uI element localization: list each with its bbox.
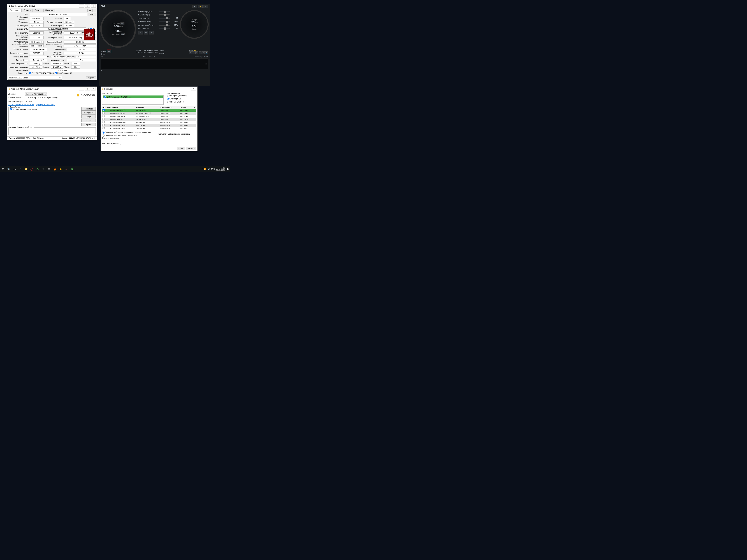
bm-titlebar[interactable]: ◉ Бенчмарк ✕ — [101, 87, 197, 91]
tl-slider[interactable] — [159, 18, 170, 19]
k-button[interactable]: K — [192, 5, 197, 8]
worker-input[interactable] — [25, 100, 49, 103]
fs-slider[interactable] — [159, 28, 170, 29]
volume-icon[interactable]: 🔊 — [208, 168, 210, 170]
row-checkbox[interactable] — [103, 127, 105, 129]
table-row[interactable]: DaggerDecred (Clay... 25.442M/0.763G H/s… — [102, 112, 196, 115]
network-icon[interactable]: 📶 — [204, 168, 206, 170]
wallet-link[interactable]: Как выбрать Биткоин-кошелёк — [8, 104, 34, 106]
table-row[interactable]: DaggerLbry (Claymo... 25.353M/72.786M 0.… — [102, 115, 196, 118]
pl-slider[interactable] — [159, 15, 170, 16]
col-btcgh[interactable]: BTC/GH/дн со... — [160, 106, 179, 109]
row-checkbox[interactable] — [103, 115, 105, 117]
col-speed[interactable]: Скорость — [136, 106, 160, 109]
gear-icon[interactable]: ⚙ — [138, 31, 143, 34]
radio-standard[interactable]: Стандартный — [167, 98, 196, 100]
taskview-icon[interactable]: ▭ — [12, 167, 17, 171]
opt-all[interactable]: Бенчмарк всех выбранных алгоритмов — [102, 134, 151, 137]
row-checkbox[interactable] — [103, 118, 105, 120]
mem-toggle[interactable]: MEM — [121, 33, 125, 35]
explorer-icon[interactable]: 📁 — [24, 167, 28, 171]
bus-help-icon[interactable]: ? — [95, 36, 96, 39]
tab-video[interactable]: Видеокарта — [8, 9, 22, 12]
table-row[interactable]: CryptoNight (Claymo... 753.450 H/s 297.5… — [102, 127, 196, 130]
physx-checkbox[interactable]: PhysX — [47, 72, 54, 74]
settings-button[interactable]: Настройки — [81, 111, 96, 114]
opt-untested[interactable]: Бенчмарк выбранных непротестированных ал… — [102, 131, 151, 134]
cuda-checkbox[interactable]: CUDA — [39, 72, 46, 74]
profile-3[interactable]: 3 — [196, 51, 198, 54]
close-button[interactable]: ✕ — [91, 87, 96, 90]
table-row[interactable]: CryptoNight (sgminer) 800.000 H/s 297.52… — [102, 121, 196, 124]
language-indicator[interactable]: РУС — [211, 168, 215, 170]
tray-up-icon[interactable]: ^ — [202, 168, 203, 170]
start-mining-checkbox[interactable]: Запустить майнинг после бенчмарка — [157, 131, 190, 137]
close-button[interactable]: ✕ — [91, 4, 96, 7]
nh-titlebar[interactable]: ◉ NiceHash Miner Legacy v1.8.1.6 — □ ✕ — [7, 87, 97, 91]
maximize-button[interactable]: □ — [85, 87, 90, 90]
profile-save[interactable]: 💾 — [205, 51, 208, 54]
profile-5[interactable]: 5 — [202, 51, 205, 54]
reset-icon[interactable]: ↺ — [144, 31, 148, 34]
profile-4[interactable]: 4 — [199, 51, 202, 54]
device-check[interactable] — [104, 96, 106, 98]
row-checkbox[interactable] — [103, 109, 105, 111]
cc-slider[interactable] — [159, 21, 170, 22]
app-icon-1[interactable]: ◔ — [35, 167, 40, 171]
table-row[interactable]: Decred (sgminer) 36.900 MH/s 0.00004551 … — [102, 118, 196, 121]
device-checkbox[interactable]: GPU#1 Radeon RX 570 Series — [10, 108, 37, 110]
gpu-selector[interactable]: Radeon RX 570 Series — [8, 76, 62, 80]
dc-checkbox[interactable]: DirectCompute 5.0 — [55, 72, 72, 74]
benchmark-button[interactable]: Бенчмарк — [81, 107, 96, 111]
opera-icon[interactable]: ◯ — [30, 167, 34, 171]
maximize-button[interactable]: □ — [85, 4, 90, 7]
start-icon[interactable]: ⊞ — [1, 167, 5, 171]
row-checkbox[interactable] — [103, 112, 105, 114]
tab-validation[interactable]: Проверка — [44, 9, 55, 12]
notifications-icon[interactable]: 💬 — [227, 168, 229, 170]
tab-advanced[interactable]: Прочее — [33, 9, 43, 12]
radio-precise[interactable]: Точный (долгий) — [167, 101, 196, 103]
radio-quick[interactable]: Быстрый (неточный) — [167, 95, 196, 97]
minimize-button[interactable]: — — [79, 4, 84, 7]
app-icon-2[interactable]: ☭ — [64, 167, 68, 171]
start-button[interactable]: Старт — [177, 147, 185, 150]
col-btcday[interactable]: BTC/дн — [180, 106, 194, 109]
gpuz-icon[interactable]: ▣ — [70, 167, 74, 171]
gpuz-titlebar[interactable]: ▣ TechPowerUp GPU-Z 2.5.0 — □ ✕ — [7, 4, 97, 8]
clock[interactable]: 11:07 16.01.2018 — [216, 167, 225, 171]
scroll-top-icon[interactable]: ▲ — [194, 106, 196, 109]
afterburner-icon[interactable]: 🔥 — [53, 167, 57, 171]
location-select[interactable]: Европа - Амстердам — [25, 92, 47, 96]
row-checkbox[interactable] — [103, 124, 105, 126]
cv-slider[interactable] — [159, 11, 170, 12]
startup-toggle[interactable]: ⊞ — [107, 50, 111, 53]
start-button[interactable]: Старт — [81, 115, 96, 118]
monitor-button[interactable]: ⚡ — [198, 5, 203, 8]
col-algo[interactable]: Алгоритм — [110, 106, 136, 109]
profile-1[interactable]: 1 — [189, 51, 192, 54]
detach-button[interactable]: DETACH — [136, 53, 164, 54]
minimize-button[interactable]: — — [79, 87, 84, 90]
gpu-toggle[interactable]: GPU — [121, 22, 124, 25]
table-row[interactable]: DaggerHashimoto (... 30.168 MH/s 0.00990… — [102, 109, 196, 112]
device-row[interactable]: GPU#1 Radeon RX 570 Series — [103, 96, 163, 98]
table-row[interactable]: CryptoNight (Claymo... 907.236 H/s 297.5… — [102, 124, 196, 127]
col-enabled[interactable]: Включен — [102, 106, 110, 109]
search-icon[interactable]: 🔍 — [7, 167, 11, 171]
opencl-checkbox[interactable]: OpenCL — [29, 72, 38, 74]
lookup-button[interactable]: Поиск — [88, 13, 96, 16]
mail-icon[interactable]: ✉ — [47, 167, 51, 171]
stats-link[interactable]: Проверить статистику! — [36, 104, 55, 106]
row-checkbox[interactable] — [103, 121, 105, 123]
close-btn[interactable]: Закрыть — [86, 76, 96, 79]
close-button[interactable]: ✕ — [191, 87, 196, 90]
edge-icon[interactable]: e — [18, 167, 22, 171]
btc-input[interactable] — [25, 96, 76, 99]
nicehash-icon[interactable]: ◉ — [58, 167, 62, 171]
temp-graph[interactable]: 30 — [101, 58, 208, 69]
menu-icon[interactable]: ≡ — [93, 9, 96, 12]
mc-slider[interactable] — [159, 25, 170, 26]
yandex-icon[interactable]: Y — [41, 167, 45, 171]
tab-sensors[interactable]: Датчики — [22, 9, 32, 12]
